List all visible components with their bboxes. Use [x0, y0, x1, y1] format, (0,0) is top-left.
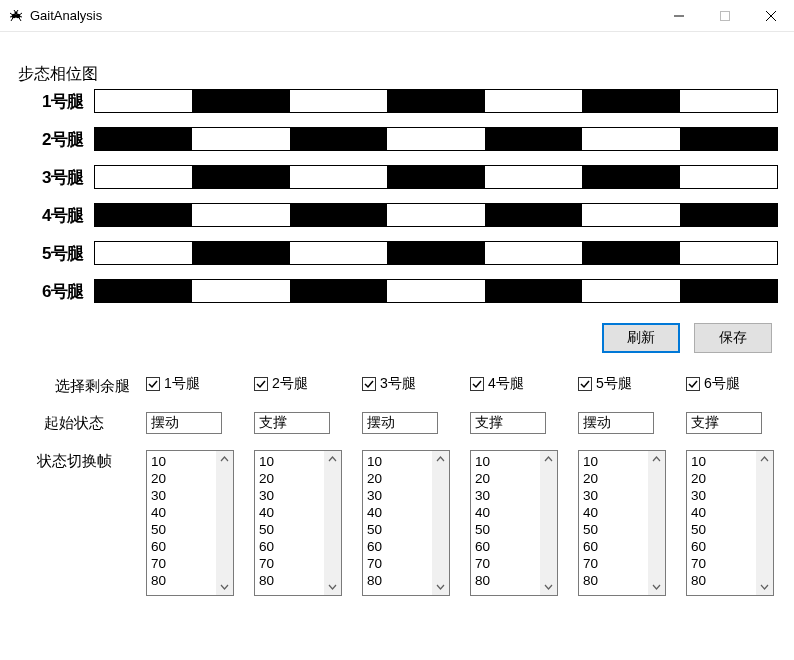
initial-state-input[interactable]: 摆动 [578, 412, 654, 434]
list-item[interactable]: 20 [691, 470, 752, 487]
list-item[interactable]: 70 [367, 555, 428, 572]
list-item[interactable]: 10 [151, 453, 212, 470]
leg-checkbox[interactable]: 6号腿 [686, 375, 778, 393]
frame-listbox[interactable]: 1020304050607080 [470, 450, 558, 596]
list-item[interactable]: 40 [691, 504, 752, 521]
leg-checkbox-label: 4号腿 [488, 375, 524, 393]
list-item[interactable]: 30 [367, 487, 428, 504]
list-item[interactable]: 40 [151, 504, 212, 521]
scroll-track[interactable] [432, 468, 449, 578]
scroll-up-icon[interactable] [216, 451, 233, 468]
gait-bar [94, 279, 778, 303]
scroll-track[interactable] [648, 468, 665, 578]
list-item[interactable]: 10 [367, 453, 428, 470]
list-item[interactable]: 10 [691, 453, 752, 470]
list-item[interactable]: 80 [151, 572, 212, 589]
list-item[interactable]: 30 [259, 487, 320, 504]
list-item[interactable]: 10 [583, 453, 644, 470]
list-item[interactable]: 40 [259, 504, 320, 521]
minimize-button[interactable] [656, 0, 702, 31]
list-item[interactable]: 40 [475, 504, 536, 521]
list-item[interactable]: 80 [367, 572, 428, 589]
scrollbar[interactable] [756, 451, 773, 595]
scroll-down-icon[interactable] [756, 578, 773, 595]
list-item[interactable]: 50 [151, 521, 212, 538]
list-item[interactable]: 60 [151, 538, 212, 555]
scroll-up-icon[interactable] [540, 451, 557, 468]
list-item[interactable]: 30 [691, 487, 752, 504]
list-item[interactable]: 50 [583, 521, 644, 538]
scrollbar[interactable] [324, 451, 341, 595]
scrollbar[interactable] [540, 451, 557, 595]
frame-listbox[interactable]: 1020304050607080 [686, 450, 774, 596]
list-item[interactable]: 10 [259, 453, 320, 470]
frame-listbox[interactable]: 1020304050607080 [578, 450, 666, 596]
list-item[interactable]: 70 [259, 555, 320, 572]
frame-listbox[interactable]: 1020304050607080 [362, 450, 450, 596]
list-item[interactable]: 50 [475, 521, 536, 538]
list-item[interactable]: 20 [259, 470, 320, 487]
initial-state-input[interactable]: 摆动 [362, 412, 438, 434]
list-item[interactable]: 60 [259, 538, 320, 555]
list-item[interactable]: 20 [367, 470, 428, 487]
list-item[interactable]: 70 [151, 555, 212, 572]
list-item[interactable]: 60 [475, 538, 536, 555]
scroll-up-icon[interactable] [432, 451, 449, 468]
gait-segment-stance [290, 128, 387, 150]
leg-checkbox[interactable]: 2号腿 [254, 375, 346, 393]
scroll-track[interactable] [216, 468, 233, 578]
scroll-down-icon[interactable] [432, 578, 449, 595]
maximize-button[interactable] [702, 0, 748, 31]
scrollbar[interactable] [432, 451, 449, 595]
scroll-track[interactable] [324, 468, 341, 578]
list-item[interactable]: 70 [475, 555, 536, 572]
frame-listbox[interactable]: 1020304050607080 [254, 450, 342, 596]
leg-checkbox[interactable]: 3号腿 [362, 375, 454, 393]
scroll-down-icon[interactable] [216, 578, 233, 595]
leg-checkbox[interactable]: 5号腿 [578, 375, 670, 393]
list-item[interactable]: 80 [259, 572, 320, 589]
list-item[interactable]: 70 [583, 555, 644, 572]
initial-state-input[interactable]: 支撑 [254, 412, 330, 434]
list-item[interactable]: 30 [475, 487, 536, 504]
scroll-down-icon[interactable] [540, 578, 557, 595]
list-item[interactable]: 50 [259, 521, 320, 538]
list-item[interactable]: 60 [691, 538, 752, 555]
leg-checkbox[interactable]: 4号腿 [470, 375, 562, 393]
list-item[interactable]: 50 [691, 521, 752, 538]
list-item[interactable]: 80 [583, 572, 644, 589]
scroll-up-icon[interactable] [648, 451, 665, 468]
list-item[interactable]: 80 [475, 572, 536, 589]
initial-state-input[interactable]: 支撑 [470, 412, 546, 434]
list-item[interactable]: 60 [367, 538, 428, 555]
leg-checkbox-label: 3号腿 [380, 375, 416, 393]
list-item[interactable]: 30 [151, 487, 212, 504]
list-item[interactable]: 30 [583, 487, 644, 504]
list-item[interactable]: 20 [151, 470, 212, 487]
refresh-button[interactable]: 刷新 [602, 323, 680, 353]
list-item[interactable]: 20 [583, 470, 644, 487]
scroll-down-icon[interactable] [648, 578, 665, 595]
save-button[interactable]: 保存 [694, 323, 772, 353]
frame-listbox[interactable]: 1020304050607080 [146, 450, 234, 596]
scroll-track[interactable] [540, 468, 557, 578]
scroll-up-icon[interactable] [756, 451, 773, 468]
leg-checkbox[interactable]: 1号腿 [146, 375, 238, 393]
scroll-up-icon[interactable] [324, 451, 341, 468]
scroll-down-icon[interactable] [324, 578, 341, 595]
scrollbar[interactable] [648, 451, 665, 595]
list-item[interactable]: 80 [691, 572, 752, 589]
list-item[interactable]: 40 [367, 504, 428, 521]
list-item[interactable]: 40 [583, 504, 644, 521]
list-item[interactable]: 20 [475, 470, 536, 487]
close-button[interactable] [748, 0, 794, 31]
list-item[interactable]: 50 [367, 521, 428, 538]
list-item[interactable]: 70 [691, 555, 752, 572]
scrollbar[interactable] [216, 451, 233, 595]
list-item[interactable]: 60 [583, 538, 644, 555]
initial-state-input[interactable]: 支撑 [686, 412, 762, 434]
gait-segment-stance [582, 90, 679, 112]
list-item[interactable]: 10 [475, 453, 536, 470]
scroll-track[interactable] [756, 468, 773, 578]
initial-state-input[interactable]: 摆动 [146, 412, 222, 434]
